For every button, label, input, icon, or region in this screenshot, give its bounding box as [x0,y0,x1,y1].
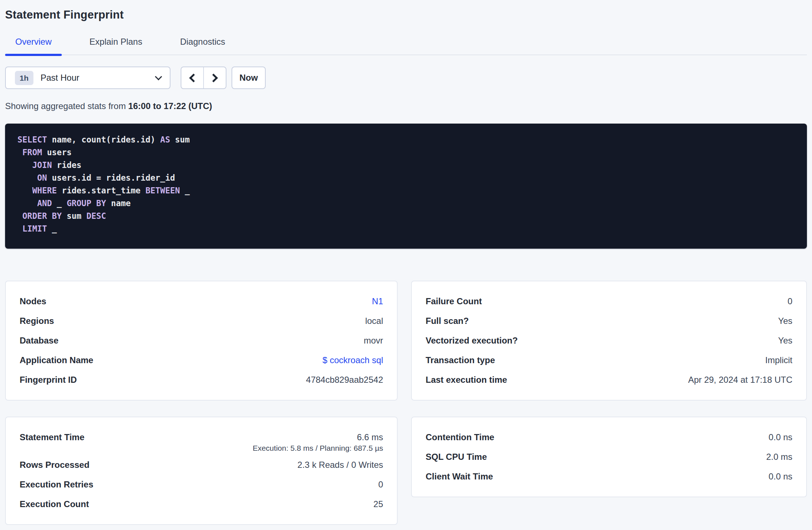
sql-keyword: LIMIT [23,224,47,233]
sql-keyword: FROM [23,148,42,157]
tab-overview[interactable]: Overview [5,36,62,55]
sql-statement-box: SELECT name, count(rides.id) AS sum FROM… [5,124,807,249]
card-row: Vectorized execution?Yes [426,331,792,350]
timing-card: Statement Time6.6 msExecution: 5.8 ms / … [5,417,398,525]
sql-line: LIMIT _ [17,222,796,235]
card-row: Application Name$ cockroach sql [20,350,383,370]
row-label: Application Name [20,355,93,365]
row-label: SQL CPU Time [426,452,487,462]
row-value: 0.0 ns [769,471,792,482]
sql-line: ON users.id = rides.rider_id [17,172,796,184]
row-value: Implicit [765,355,792,365]
sql-keyword: ON [37,173,47,182]
stats-cards: NodesN1RegionslocalDatabasemovrApplicati… [5,281,807,525]
sql-keyword: AND [37,198,52,208]
sql-line: JOIN rides [17,159,796,172]
row-value: local [365,316,383,326]
card-row: NodesN1 [20,292,383,311]
time-controls: 1h Past Hour Now [5,67,807,89]
card-row: Last execution timeApr 29, 2024 at 17:18… [426,370,792,390]
sql-text [17,160,32,170]
row-value-link[interactable]: $ cockroach sql [322,355,383,365]
card-row: Failure Count0 [426,292,792,311]
sql-text: name, count(rides.id) [47,135,160,144]
tab-explain-plans[interactable]: Explain Plans [79,36,152,55]
card-row: Full scan?Yes [426,311,792,331]
card-row: Contention Time0.0 ns [426,427,792,447]
sql-keyword: ORDER BY [23,211,62,221]
time-range-nav [181,67,226,89]
row-value: 0.0 ns [769,432,792,442]
row-value: Yes [778,336,792,346]
time-range-badge: 1h [15,71,33,85]
previous-range-button[interactable] [181,67,204,88]
row-subvalue: Execution: 5.8 ms / Planning: 687.5 µs [20,444,383,455]
row-value: Apr 29, 2024 at 17:18 UTC [688,375,792,385]
row-label: Rows Processed [20,460,89,470]
tab-bar: OverviewExplain PlansDiagnostics [5,36,807,55]
row-value: 0 [788,296,792,306]
time-range-select[interactable]: 1h Past Hour [5,67,170,89]
row-value: 4784cb829aab2542 [306,375,383,385]
row-value: movr [364,336,383,346]
sql-line: WHERE rides.start_time BETWEEN _ [17,184,796,197]
row-label: Execution Count [20,499,89,509]
sql-keyword: WHERE [32,186,57,195]
sql-text [17,211,23,221]
sql-line: ORDER BY sum DESC [17,210,796,222]
sql-statement: SELECT name, count(rides.id) AS sum FROM… [17,133,796,235]
row-label: Database [20,336,59,346]
sql-line: AND _ GROUP BY name [17,197,796,210]
sql-text: sum [170,135,190,144]
sql-text [17,173,37,182]
summary-card: NodesN1RegionslocalDatabasemovrApplicati… [5,281,398,401]
chevron-right-icon [209,73,218,82]
aggregation-note-prefix: Showing aggregated stats from [5,101,128,111]
sql-keyword: JOIN [32,160,52,170]
statement-fingerprint-page: Statement Fingerprint OverviewExplain Pl… [0,8,812,525]
card-row: SQL CPU Time2.0 ms [426,447,792,467]
chevron-down-icon [155,73,162,80]
sql-text [17,198,37,208]
card-row: Fingerprint ID4784cb829aab2542 [20,370,383,390]
card-row: Client Wait Time0.0 ns [426,467,792,486]
row-value-link[interactable]: N1 [372,296,383,306]
sql-keyword: BETWEEN [145,186,180,195]
chevron-left-icon [189,73,198,82]
sql-keyword: DESC [87,211,106,221]
row-label: Statement Time [20,432,84,442]
card-row: Databasemovr [20,331,383,350]
aggregation-note-range: 16:00 to 17:22 (UTC) [128,101,212,111]
next-range-button[interactable] [204,67,226,88]
row-label: Transaction type [426,355,495,365]
card-row: Transaction typeImplicit [426,350,792,370]
row-label: Contention Time [426,432,494,442]
sql-line: FROM users [17,146,796,159]
row-value: 2.3 k Reads / 0 Writes [297,460,383,470]
row-label: Last execution time [426,375,507,385]
time-range-label: Past Hour [41,73,156,83]
row-label: Nodes [20,296,46,306]
card-row: Execution Count25 [20,494,383,514]
now-button[interactable]: Now [232,67,266,89]
sql-text: _ [180,186,190,195]
row-value: 6.6 ms [357,432,383,442]
sql-text: rides [52,160,81,170]
row-value: 0 [378,479,383,490]
row-value: 2.0 ms [766,452,792,462]
sql-text: users.id = rides.rider_id [47,173,175,182]
row-label: Execution Retries [20,479,93,490]
card-row: Regionslocal [20,311,383,331]
aggregation-note: Showing aggregated stats from 16:00 to 1… [5,101,807,112]
sql-text [17,186,32,195]
sql-text [17,224,23,233]
row-value: 25 [373,499,383,509]
row-label: Fingerprint ID [20,375,77,385]
sql-text: sum [62,211,87,221]
sql-keyword: AS [160,135,170,144]
sql-keyword: GROUP BY [67,198,106,208]
card-row: Statement Time6.6 msExecution: 5.8 ms / … [20,427,383,455]
tab-diagnostics[interactable]: Diagnostics [170,36,235,55]
page-title: Statement Fingerprint [5,8,807,22]
row-label: Regions [20,316,54,326]
